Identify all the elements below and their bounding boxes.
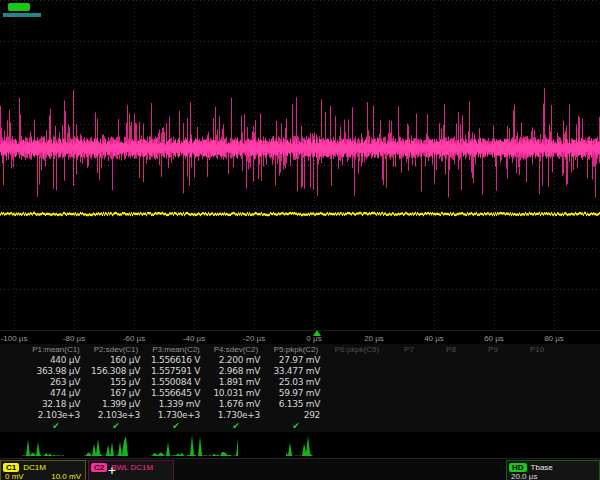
- time-axis-label: -60 µs: [104, 334, 164, 343]
- measurement-value: 32.18 µV: [26, 399, 86, 410]
- status-check-icon: ✔: [266, 421, 326, 432]
- measurement-value-row: 2.103e+32.103e+31.730e+31.730e+3292: [26, 410, 600, 421]
- measurement-histicon[interactable]: [286, 434, 314, 456]
- top-status-strip: [0, 0, 120, 18]
- measurement-histicon[interactable]: [22, 434, 64, 456]
- measurement-column-header[interactable]: P5:pkpk(C2): [266, 344, 326, 355]
- status-check-icon: ✔: [146, 421, 206, 432]
- channel1-descriptor[interactable]: C1 DC1M 0 mV 10.0 mV: [0, 460, 86, 480]
- measurement-header-row: P1:mean(C1)P2:sdev(C1)P3:mean(C2)P4:sdev…: [26, 344, 600, 355]
- measurement-column-header-inactive[interactable]: P8: [430, 344, 472, 355]
- measurement-value: 27.97 mV: [266, 355, 326, 366]
- channel1-offset: 0 mV: [5, 472, 24, 480]
- measurement-histicon[interactable]: [84, 434, 128, 456]
- measurement-value: 1.557591 V: [146, 366, 206, 377]
- oscilloscope-screen: -100 µs-80 µs-60 µs-40 µs-20 µs0 µs20 µs…: [0, 0, 600, 480]
- timebase-label: Tbase: [531, 463, 553, 472]
- measurement-value: 2.103e+3: [86, 410, 146, 421]
- measurement-value-row: 440 µV160 µV1.556616 V2.200 mV27.97 mV: [26, 355, 600, 366]
- measurement-column-header[interactable]: P2:sdev(C1): [86, 344, 146, 355]
- measurement-value: 292: [266, 410, 326, 421]
- measurement-value-row: 363.98 µV156.308 µV1.557591 V2.968 mV33.…: [26, 366, 600, 377]
- time-axis-label: 80 µs: [524, 334, 584, 343]
- measurement-value: 167 µV: [86, 388, 146, 399]
- measurement-value: 160 µV: [86, 355, 146, 366]
- measurement-value: 1.550084 V: [146, 377, 206, 388]
- status-check-icon: ✔: [86, 421, 146, 432]
- histicon-row: [0, 432, 600, 458]
- measurement-value: 59.97 mV: [266, 388, 326, 399]
- time-axis-label: 40 µs: [404, 334, 464, 343]
- channel1-chip[interactable]: C1: [3, 463, 19, 472]
- measurement-value: 1.891 mV: [206, 377, 266, 388]
- measurement-value: 363.98 µV: [26, 366, 86, 377]
- measurement-value: 440 µV: [26, 355, 86, 366]
- measurement-value-row: 474 µV167 µV1.556645 V10.031 mV59.97 mV: [26, 388, 600, 399]
- measurement-status-row: ✔✔✔✔✔: [26, 421, 600, 432]
- measurement-value-row: 263 µV155 µV1.550084 V1.891 mV25.03 mV: [26, 377, 600, 388]
- timebase-scale: 20.0 µs: [511, 472, 537, 480]
- status-badge[interactable]: [8, 3, 30, 11]
- time-axis: -100 µs-80 µs-60 µs-40 µs-20 µs0 µs20 µs…: [0, 330, 600, 345]
- measurement-value: 2.103e+3: [26, 410, 86, 421]
- cursor-crosshair: +: [108, 463, 116, 478]
- time-axis-label: -20 µs: [224, 334, 284, 343]
- measurement-column-header-inactive[interactable]: P10: [514, 344, 560, 355]
- measurement-value: 1.730e+3: [146, 410, 206, 421]
- measurement-value: 2.200 mV: [206, 355, 266, 366]
- measurement-column-header[interactable]: P4:sdev(C2): [206, 344, 266, 355]
- measurement-value: 33.477 mV: [266, 366, 326, 377]
- time-axis-label: -40 µs: [164, 334, 224, 343]
- measurement-histicon[interactable]: [198, 434, 238, 456]
- channel2-descriptor[interactable]: C2 BWL DC1M: [88, 460, 174, 480]
- measurement-column-header-inactive[interactable]: P7: [388, 344, 430, 355]
- bottom-descriptor-bar: C1 DC1M 0 mV 10.0 mV C2 BWL DC1M HD Tbas…: [0, 458, 600, 480]
- channel1-coupling: DC1M: [23, 463, 46, 472]
- time-axis-label: -100 µs: [0, 334, 44, 343]
- measurement-column-header-inactive[interactable]: P6:pkpk(C5): [326, 344, 388, 355]
- time-axis-label: -80 µs: [44, 334, 104, 343]
- time-axis-label: 20 µs: [344, 334, 404, 343]
- measurement-column-header[interactable]: P3:mean(C2): [146, 344, 206, 355]
- measurement-value: 1.556616 V: [146, 355, 206, 366]
- measurement-value: 1.339 mV: [146, 399, 206, 410]
- time-axis-label: 60 µs: [464, 334, 524, 343]
- channel2-coupling: BWL DC1M: [111, 463, 153, 472]
- channel1-scale: 10.0 mV: [51, 472, 81, 480]
- measurement-value: 1.556645 V: [146, 388, 206, 399]
- channel2-chip[interactable]: C2: [91, 463, 107, 472]
- status-check-icon: ✔: [206, 421, 266, 432]
- measurement-value: 156.308 µV: [86, 366, 146, 377]
- measurement-value: 474 µV: [26, 388, 86, 399]
- measurement-column-header[interactable]: P1:mean(C1): [26, 344, 86, 355]
- hd-mode-chip[interactable]: HD: [509, 463, 527, 472]
- time-axis-label: 0 µs: [284, 334, 344, 343]
- timebase-descriptor[interactable]: HD Tbase 20.0 µs: [506, 460, 600, 480]
- measurement-value: 1.399 µV: [86, 399, 146, 410]
- measurement-value-row: 32.18 µV1.399 µV1.339 mV1.676 mV6.135 mV: [26, 399, 600, 410]
- waveform-plot[interactable]: [0, 0, 600, 330]
- measurement-table: P1:mean(C1)P2:sdev(C1)P3:mean(C2)P4:sdev…: [0, 344, 600, 432]
- measurement-value: 2.968 mV: [206, 366, 266, 377]
- measurement-value: 10.031 mV: [206, 388, 266, 399]
- measurement-value: 155 µV: [86, 377, 146, 388]
- measurement-column-header-inactive[interactable]: P9: [472, 344, 514, 355]
- status-text: [3, 13, 41, 17]
- measurement-histicon[interactable]: [150, 434, 196, 456]
- measurement-value: 25.03 mV: [266, 377, 326, 388]
- measurement-value: 263 µV: [26, 377, 86, 388]
- measurement-value: 6.135 mV: [266, 399, 326, 410]
- measurement-value: 1.730e+3: [206, 410, 266, 421]
- status-check-icon: ✔: [26, 421, 86, 432]
- measurement-value: 1.676 mV: [206, 399, 266, 410]
